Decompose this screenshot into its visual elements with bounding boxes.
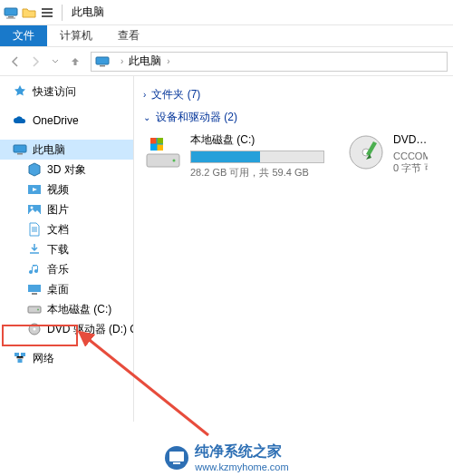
- sidebar-item-documents[interactable]: 文档: [0, 219, 133, 239]
- drive-name: DVD 驱动器: [393, 132, 428, 148]
- chevron-right-icon: ›: [120, 56, 123, 66]
- svg-rect-8: [14, 145, 26, 152]
- pc-icon: [4, 5, 18, 20]
- svg-rect-13: [28, 285, 41, 292]
- svg-rect-26: [158, 138, 164, 144]
- forward-button[interactable]: [25, 52, 45, 72]
- drive-local-c[interactable]: 本地磁盘 (C:) 28.2 GB 可用，共 59.4 GB: [143, 132, 324, 180]
- pc-icon: [13, 142, 27, 157]
- sidebar-item-downloads[interactable]: 下载: [0, 239, 133, 259]
- logo-icon: [164, 445, 189, 471]
- pc-icon: [95, 54, 110, 69]
- document-icon: [27, 222, 42, 237]
- svg-rect-4: [42, 12, 53, 14]
- sidebar-item-3d-objects[interactable]: 3D 对象: [0, 160, 133, 180]
- folder-small-icon[interactable]: [22, 5, 36, 20]
- svg-point-23: [173, 160, 176, 162]
- svg-rect-20: [21, 353, 25, 356]
- address-bar: › 此电脑 ›: [0, 47, 453, 76]
- content-pane: › 文件夹 (7) ⌄ 设备和驱动器 (2) 本地磁盘 (C:) 28.2 GB…: [134, 76, 453, 422]
- drive-dvd[interactable]: DVD 驱动器 CCCOMA_ 0 字节 可用: [346, 132, 428, 180]
- dropdown-icon[interactable]: [40, 5, 54, 20]
- svg-rect-19: [14, 353, 19, 356]
- sidebar-item-onedrive[interactable]: OneDrive: [0, 111, 133, 131]
- group-folders[interactable]: › 文件夹 (7): [143, 87, 444, 102]
- svg-point-12: [31, 207, 34, 209]
- svg-rect-21: [18, 359, 23, 363]
- sidebar-item-pictures[interactable]: 图片: [0, 199, 133, 219]
- dvd-icon: [27, 322, 42, 336]
- svg-rect-25: [150, 138, 157, 144]
- separator: [62, 5, 63, 21]
- menubar: 文件 计算机 查看: [0, 25, 453, 47]
- desktop-icon: [27, 282, 42, 296]
- svg-point-16: [37, 309, 39, 311]
- svg-rect-34: [173, 462, 180, 464]
- group-devices[interactable]: ⌄ 设备和驱动器 (2): [143, 110, 444, 125]
- disk-icon: [27, 302, 42, 316]
- svg-rect-27: [150, 145, 157, 151]
- sidebar-item-dvd-drive[interactable]: DVD 驱动器 (D:) C: [0, 319, 133, 339]
- svg-rect-6: [96, 57, 109, 64]
- video-icon: [27, 182, 42, 197]
- watermark: 纯净系统之家 www.kzmyhome.com: [0, 442, 453, 472]
- drives-list: 本地磁盘 (C:) 28.2 GB 可用，共 59.4 GB DVD 驱动器 C…: [143, 132, 444, 180]
- cube-icon: [27, 162, 42, 177]
- sidebar-item-quick-access[interactable]: 快速访问: [0, 82, 133, 102]
- breadcrumb[interactable]: › 此电脑 ›: [91, 52, 448, 72]
- titlebar: 此电脑: [0, 0, 453, 25]
- svg-rect-9: [17, 153, 23, 155]
- window-title: 此电脑: [72, 5, 104, 20]
- dvd-install-icon: [346, 132, 386, 172]
- back-button[interactable]: [5, 52, 25, 72]
- picture-icon: [27, 202, 42, 217]
- music-icon: [27, 262, 42, 277]
- chevron-right-icon: ›: [143, 90, 146, 100]
- network-icon: [13, 351, 27, 365]
- watermark-title: 纯净系统之家: [195, 442, 288, 461]
- tab-view[interactable]: 查看: [105, 25, 152, 46]
- chevron-right-icon[interactable]: ›: [167, 56, 169, 66]
- svg-rect-0: [5, 8, 17, 15]
- svg-rect-3: [42, 8, 53, 10]
- svg-rect-7: [100, 65, 105, 67]
- drive-name: 本地磁盘 (C:): [190, 132, 324, 148]
- cloud-icon: [13, 113, 27, 128]
- star-icon: [13, 84, 27, 99]
- watermark-url: www.kzmyhome.com: [195, 461, 288, 472]
- svg-rect-1: [8, 16, 14, 18]
- sidebar-item-this-pc[interactable]: 此电脑: [0, 140, 133, 160]
- body: 快速访问 OneDrive 此电脑 3D 对象 视频 图片 文档: [0, 76, 453, 422]
- svg-rect-2: [6, 17, 15, 18]
- sidebar-item-music[interactable]: 音乐: [0, 259, 133, 279]
- sidebar-item-videos[interactable]: 视频: [0, 180, 133, 199]
- svg-point-18: [34, 328, 36, 331]
- svg-rect-28: [158, 145, 164, 151]
- chevron-down-icon: ⌄: [143, 112, 150, 122]
- sidebar: 快速访问 OneDrive 此电脑 3D 对象 视频 图片 文档: [0, 76, 134, 422]
- sidebar-item-network[interactable]: 网络: [0, 348, 133, 368]
- disk-windows-icon: [143, 132, 183, 172]
- svg-rect-14: [32, 293, 37, 295]
- up-button[interactable]: [65, 52, 85, 72]
- svg-rect-5: [42, 15, 53, 17]
- tab-file[interactable]: 文件: [0, 25, 47, 46]
- usage-bar: [190, 151, 324, 163]
- breadcrumb-item[interactable]: 此电脑: [129, 53, 161, 69]
- drive-free-text: 0 字节 可用: [393, 161, 428, 175]
- tab-computer[interactable]: 计算机: [47, 25, 105, 46]
- drive-free-text: 28.2 GB 可用，共 59.4 GB: [190, 166, 324, 180]
- sidebar-item-desktop[interactable]: 桌面: [0, 279, 133, 299]
- download-icon: [27, 242, 42, 257]
- svg-rect-33: [169, 452, 184, 461]
- recent-dropdown[interactable]: [45, 52, 65, 72]
- drive-sub: CCCOMA_: [393, 151, 428, 161]
- sidebar-item-local-disk-c[interactable]: 本地磁盘 (C:): [0, 299, 133, 319]
